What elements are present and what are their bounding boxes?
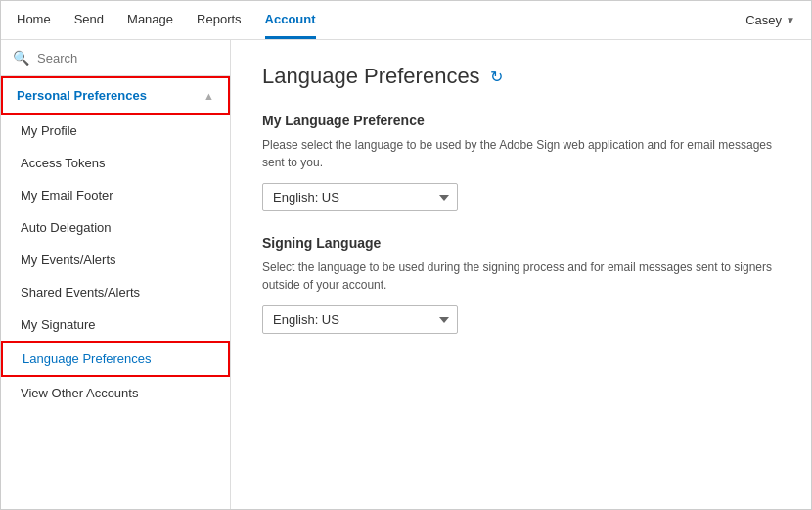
sidebar-item-access-tokens[interactable]: Access Tokens (1, 147, 230, 179)
nav-username: Casey (745, 13, 782, 27)
section1-title: My Language Preference (262, 113, 780, 128)
sidebar-item-view-other-accounts[interactable]: View Other Accounts (1, 377, 230, 409)
sidebar-item-shared-events-alerts[interactable]: Shared Events/Alerts (1, 276, 230, 308)
search-box: 🔍 (1, 40, 230, 76)
sidebar-menu: My Profile Access Tokens My Email Footer… (1, 115, 230, 409)
section1-description: Please select the language to be used by… (262, 136, 780, 171)
page-title: Language Preferences (262, 64, 480, 89)
sidebar-item-my-email-footer[interactable]: My Email Footer (1, 179, 230, 211)
personal-preferences-label: Personal Preferences (17, 88, 147, 103)
content-area: Language Preferences ↻ My Language Prefe… (231, 40, 811, 510)
top-nav: Home Send Manage Reports Account Casey ▼ (1, 1, 811, 40)
personal-preferences-header[interactable]: Personal Preferences ▲ (1, 76, 230, 115)
refresh-icon[interactable]: ↻ (490, 68, 503, 86)
user-chevron-icon: ▼ (786, 15, 795, 25)
nav-home[interactable]: Home (17, 2, 51, 39)
nav-manage[interactable]: Manage (127, 2, 173, 39)
section1-dropdown-row: English: US French German Spanish Japane… (262, 183, 780, 211)
sidebar-item-auto-delegation[interactable]: Auto Delegation (1, 211, 230, 244)
search-input[interactable] (37, 51, 218, 66)
nav-reports[interactable]: Reports (197, 2, 242, 39)
language-preference-dropdown[interactable]: English: US French German Spanish Japane… (262, 183, 458, 211)
sidebar-item-my-signature[interactable]: My Signature (1, 308, 230, 341)
section-chevron-icon: ▲ (203, 90, 214, 102)
sidebar-item-my-events-alerts[interactable]: My Events/Alerts (1, 244, 230, 276)
my-language-preference-section: My Language Preference Please select the… (262, 113, 780, 211)
nav-account[interactable]: Account (265, 2, 316, 39)
signing-language-dropdown[interactable]: English: US French German Spanish Japane… (262, 305, 458, 334)
section2-description: Select the language to be used during th… (262, 258, 780, 294)
page-title-row: Language Preferences ↻ (262, 64, 780, 89)
sidebar-item-my-profile[interactable]: My Profile (1, 115, 230, 147)
nav-send[interactable]: Send (74, 2, 104, 39)
nav-user[interactable]: Casey ▼ (745, 13, 795, 27)
nav-items: Home Send Manage Reports Account (17, 2, 745, 39)
sidebar-item-language-preferences[interactable]: Language Preferences (1, 341, 230, 377)
search-icon: 🔍 (13, 50, 29, 66)
section2-title: Signing Language (262, 235, 780, 251)
section2-dropdown-row: English: US French German Spanish Japane… (262, 305, 780, 334)
signing-language-section: Signing Language Select the language to … (262, 235, 780, 334)
main-layout: 🔍 Personal Preferences ▲ My Profile Acce… (1, 40, 811, 510)
sidebar: 🔍 Personal Preferences ▲ My Profile Acce… (1, 40, 231, 510)
